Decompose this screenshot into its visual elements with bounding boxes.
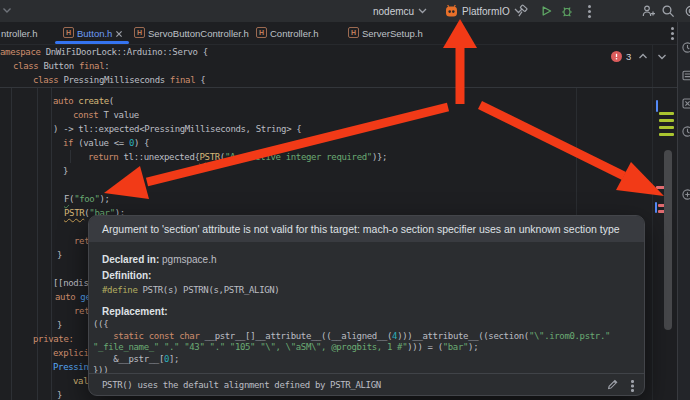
code-line: (({: [93, 319, 641, 331]
run-button[interactable]: [539, 4, 553, 18]
tool-stripe-button[interactable]: [681, 125, 690, 138]
search-button[interactable]: [661, 4, 675, 18]
tab-button-h[interactable]: Button.h: [77, 28, 112, 40]
definition-label: Definition:: [102, 270, 151, 281]
search-icon: [661, 4, 675, 18]
ide-window: nodemcu PlatformIO: [0, 0, 690, 400]
debug-bug-icon: [560, 4, 574, 18]
editor-right-boundary: [652, 45, 653, 400]
editor-tab-bar: ntroller.h H Button.h H ServoButtonContr…: [0, 22, 677, 45]
document-lines-icon: [681, 69, 690, 82]
person-add-icon: [641, 4, 656, 18]
code-line: &__pstr__[0];: [93, 354, 641, 366]
debug-button[interactable]: [560, 4, 574, 18]
code-line: auto create(: [0, 94, 652, 108]
gear-icon: [683, 4, 690, 18]
stripe-mark-weak-warning[interactable]: [659, 119, 674, 122]
next-error-button[interactable]: [657, 53, 667, 60]
refresh-circle-icon: [681, 125, 690, 138]
close-box-icon: [681, 97, 690, 110]
definition-code: #define PSTR(s) PSTRN(s,PSTR_ALIGN): [102, 285, 279, 297]
env-selector[interactable]: nodemcu: [373, 3, 427, 19]
add-user-button[interactable]: [641, 4, 656, 18]
tab-servobuttoncontroller-h[interactable]: ServoButtonController.h: [148, 28, 249, 40]
declared-in-line: Declared in: pgmspace.h: [102, 249, 217, 267]
code-line: "_file_name_" "." "43" "." "105" "\", \"…: [93, 342, 641, 354]
code-line: class Button final:: [0, 59, 208, 73]
close-icon[interactable]: [115, 30, 123, 38]
code-line: }: [0, 164, 652, 178]
stripe-mark-info[interactable]: [655, 202, 657, 213]
replacement-code: (({ static const char __pstr__[]__attrib…: [93, 319, 641, 377]
platformio-selector[interactable]: PlatformIO: [445, 3, 523, 19]
stripe-mark-weak-warning[interactable]: [659, 133, 674, 136]
declared-in-value: pgmspace.h: [162, 254, 216, 265]
hammer-icon: [516, 4, 530, 18]
header-file-icon: H: [134, 27, 145, 38]
code-line: amespace DnWiFiDoorLock::Arduino::Servo …: [0, 45, 208, 59]
env-selector-label: nodemcu: [373, 6, 414, 17]
chevron-down-icon: [657, 53, 667, 60]
stripe-mark-weak-warning[interactable]: [659, 126, 674, 129]
popup-more-button[interactable]: [631, 380, 634, 383]
header-file-icon: H: [348, 27, 359, 38]
sticky-lines-separator: [0, 87, 677, 88]
header-file-icon: H: [63, 27, 74, 38]
plus-circle-icon: [681, 188, 690, 201]
code-line: class PressingMilliseconds final {: [0, 73, 208, 87]
code-line: [0, 178, 652, 192]
scrollbar-thumb[interactable]: [664, 150, 672, 330]
popup-warning-header: Argument to 'section' attribute is not v…: [89, 216, 644, 242]
prev-error-button[interactable]: [638, 53, 648, 60]
platformio-label: PlatformIO: [462, 6, 510, 17]
toolbar-more-button[interactable]: [588, 5, 591, 8]
tab-list-more-button[interactable]: [671, 27, 674, 30]
build-button[interactable]: [516, 4, 530, 18]
stripe-mark-info[interactable]: [656, 100, 658, 112]
code-line: static const char __pstr__[]__attribute_…: [93, 331, 641, 343]
pencil-icon: [606, 378, 619, 391]
platformio-icon: [445, 4, 458, 18]
edit-button[interactable]: [606, 378, 619, 391]
documentation-popup: Argument to 'section' attribute is not v…: [88, 215, 645, 396]
chevron-down-icon: [418, 8, 427, 14]
active-tab-underline: [55, 41, 129, 44]
chevron-down-icon[interactable]: [2, 7, 12, 14]
header-file-icon: H: [256, 27, 267, 38]
clock-icon: [681, 41, 690, 54]
tool-stripe-button[interactable]: [681, 188, 690, 201]
error-count-badge[interactable]: [611, 51, 622, 62]
replacement-label: Replacement:: [102, 306, 168, 317]
chevron-up-icon: [638, 53, 648, 60]
tool-stripe-button[interactable]: [681, 69, 690, 82]
sticky-lines: amespace DnWiFiDoorLock::Arduino::Servo …: [0, 45, 208, 87]
stripe-mark-weak-warning[interactable]: [659, 112, 674, 115]
code-line: return tl::unexpected{PSTR("A positive i…: [0, 150, 652, 164]
tool-stripe-button[interactable]: [681, 41, 690, 54]
declared-in-label: Declared in:: [102, 254, 162, 265]
run-icon: [539, 4, 553, 18]
tab-controller-partial[interactable]: ntroller.h: [1, 28, 37, 40]
tab-controller-h[interactable]: Controller.h: [270, 28, 319, 40]
error-count: 3: [626, 51, 631, 62]
code-line: ) -> tl::expected<PressingMilliseconds, …: [0, 122, 652, 136]
main-toolbar: nodemcu PlatformIO: [0, 0, 690, 22]
error-exclamation-icon: [613, 53, 620, 60]
popup-footer-note: PSTR() uses the default alignment define…: [89, 374, 645, 396]
code-line: if (value <= 0) {: [0, 136, 652, 150]
code-line: #define PSTR(s) PSTRN(s,PSTR_ALIGN): [102, 285, 279, 297]
tab-serversetup-h[interactable]: ServerSetup.h: [362, 28, 423, 40]
settings-button[interactable]: [683, 4, 690, 18]
code-line: const T value: [0, 108, 652, 122]
tool-stripe-button[interactable]: [681, 97, 690, 110]
code-line: F("foo");: [0, 192, 652, 206]
